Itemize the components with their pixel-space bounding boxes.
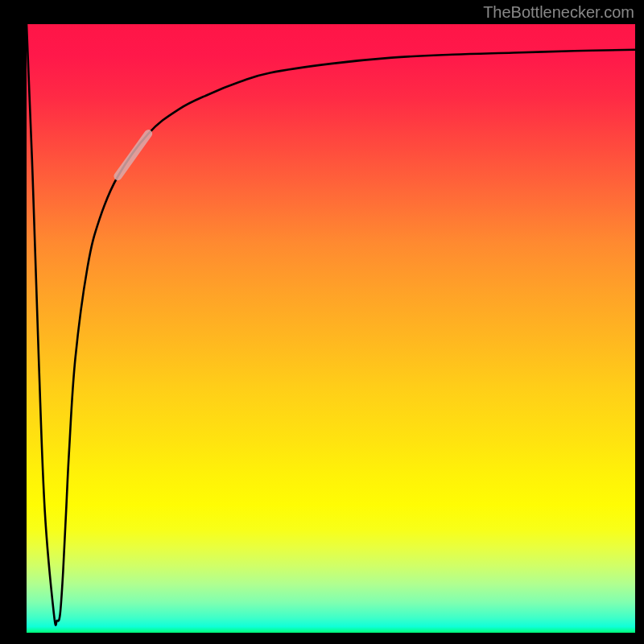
chart-curve-layer [27,24,635,633]
bottleneck-curve [27,24,635,625]
chart-plot-area [27,24,635,633]
highlight-segment [118,134,148,176]
source-attribution: TheBottlenecker.com [483,3,634,22]
